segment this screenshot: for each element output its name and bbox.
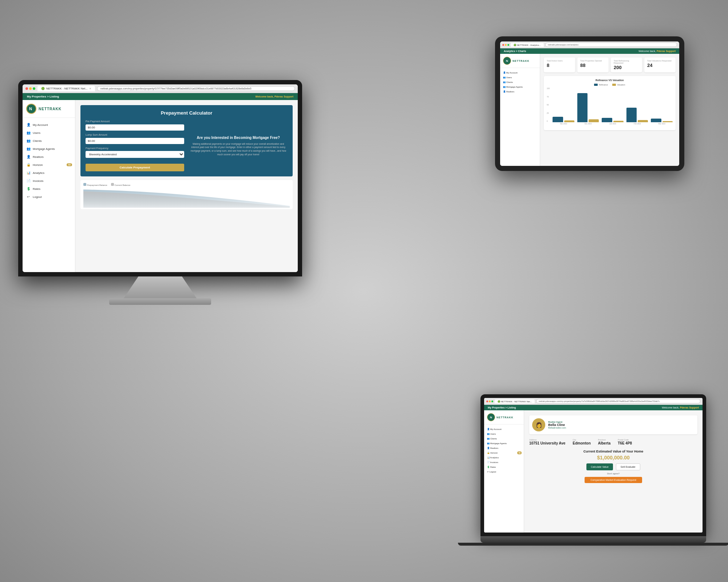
city-field: City Edmonton: [573, 439, 590, 445]
tab-label: NETTRAKK - NETTRAKK Net...: [46, 87, 88, 90]
pre-payment-input[interactable]: [86, 124, 184, 131]
bar-group-dec: [577, 93, 599, 122]
agent-email: Bella@realtor.com: [548, 427, 695, 429]
logo-area: N NETTRAKK: [23, 104, 75, 118]
tablet-topbar: Analytics > Charts Welcome back, Pderas …: [500, 48, 679, 54]
users-icon: 👥: [26, 131, 31, 135]
tablet-inner: 🟢 NETTRAKK - Analytics... nettrakk.pdera…: [500, 41, 679, 166]
tablet-nav-realtors[interactable]: 👤 Realtors: [500, 89, 540, 94]
city-label: City: [573, 439, 590, 441]
laptop-address-bar[interactable]: nettrak.pderasapps.com/my-properties/pro…: [536, 399, 700, 403]
value-buttons: Calculate Value Sell Evaluate: [529, 463, 697, 470]
laptop-welcome: Welcome back, Pderas Support: [662, 406, 699, 409]
bar-group-nov: [553, 117, 574, 122]
sidebar-item-analytics[interactable]: 📊 Analytics: [23, 169, 75, 177]
sidebar-label-horizon: Horizon: [33, 163, 43, 167]
sidebar-item-rates[interactable]: 💲 Rates: [23, 185, 75, 193]
dont-agree-text: Don't agree?: [529, 473, 697, 475]
laptop-nav-users[interactable]: 👥 Users: [484, 431, 524, 436]
pre-payment-label: Pre Payment Amount: [86, 120, 184, 123]
postal-value: T6E 4P8: [618, 441, 632, 445]
sell-evaluate-button[interactable]: Sell Evaluate: [616, 463, 640, 470]
logo-icon: N: [26, 104, 36, 114]
laptop-breadcrumb: My Properties > Listing: [488, 406, 516, 409]
bar-group-mar: [651, 119, 673, 122]
prepayment-chart: [83, 188, 290, 208]
chart-legend-row: Refinance Valuation: [547, 84, 673, 86]
tablet-welcome-label: Welcome back,: [638, 50, 656, 52]
monitor-stand: [124, 276, 197, 298]
address-label: Address: [529, 439, 565, 441]
tablet-minimize-dot[interactable]: [505, 44, 507, 46]
laptop-main: 👩 Realtor Agent Bella Cline Bella@realto…: [524, 410, 703, 533]
laptop-nav-horizon[interactable]: 🔒 Horizon 56: [484, 450, 524, 455]
agent-info: Realtor Agent Bella Cline Bella@realtor.…: [548, 421, 695, 429]
stat-refinancing-value: 200: [614, 65, 639, 70]
valuation-legend: Valuation: [612, 84, 625, 86]
tablet-logo-text: NETTRAKK: [513, 60, 530, 62]
tab-close-icon[interactable]: ✕: [89, 87, 91, 90]
maximize-dot[interactable]: [33, 87, 35, 90]
bar-group-jan: [602, 118, 624, 122]
minimize-dot[interactable]: [29, 87, 32, 90]
agent-avatar: 👩: [532, 418, 545, 431]
laptop-nav-account[interactable]: 👤 My Account: [484, 427, 524, 431]
tablet-tab[interactable]: 🟢 NETTRAKK - Analytics...: [511, 43, 544, 47]
laptop-nav-invoices[interactable]: 📄 Invoices: [484, 460, 524, 465]
bar-feb-teal: [626, 108, 637, 122]
laptop-nav-mortgage[interactable]: 👥 Mortgage Agents: [484, 441, 524, 446]
chart-title: Refinance VS Valuation: [547, 79, 673, 81]
sidebar-item-users[interactable]: 👥 Users: [23, 129, 75, 137]
tablet-close-dot[interactable]: [502, 44, 504, 46]
laptop-nav-realtors[interactable]: 👤 Realtors: [484, 446, 524, 450]
address-bar[interactable]: nettrak.pderasapps.com/my-properties/pro…: [97, 86, 295, 91]
browser-tab[interactable]: 🟢 NETTRAKK - NETTRAKK Net... ✕: [37, 86, 95, 91]
username: Pderas Support: [274, 95, 293, 98]
tablet-nav-clients[interactable]: 👥 Clients: [500, 80, 540, 84]
bar-nov-gold: [564, 120, 574, 122]
laptop-browser-chrome: 🟢 NETTRAKK - NETTRAKK Net... nettrak.pde…: [484, 398, 703, 405]
stat-active-users: Total Active Users 8: [544, 57, 575, 72]
refinance-legend-label: Refinance: [599, 84, 608, 86]
lump-sum-input[interactable]: [86, 138, 184, 144]
sidebar-item-logout[interactable]: ↩ Logout: [23, 193, 75, 201]
analytics-icon: 📊: [26, 171, 31, 175]
sidebar-item-clients[interactable]: 👥 Clients: [23, 137, 75, 145]
logo-text: NETTRAKK: [39, 107, 62, 111]
sidebar-item-horizon[interactable]: 🔒 Horizon 56: [23, 161, 75, 169]
bar-feb-gold: [638, 120, 648, 122]
laptop-maximize-dot[interactable]: [491, 400, 493, 402]
lump-sum-label: Lump Sum Amount: [86, 133, 184, 136]
province-field: Province Alberta: [598, 439, 610, 445]
agent-name: Bella Cline: [548, 423, 695, 427]
sidebar: N NETTRAKK 👤 My Account 👥 Users 👥: [23, 100, 75, 272]
stat-refinancing: Total Refinancing Requested 200: [611, 57, 642, 72]
close-dot[interactable]: [25, 87, 28, 90]
laptop-close-dot[interactable]: [486, 400, 488, 402]
calculate-value-button[interactable]: Calculate Value: [586, 463, 613, 470]
x-axis-labels: Nov 2023 Dec 2023 Jan 2023 Feb 2023 Mar …: [553, 123, 673, 125]
laptop-nav-clients[interactable]: 👥 Clients: [484, 436, 524, 441]
mortgage-icon: 👥: [26, 147, 31, 151]
sidebar-item-invoices[interactable]: 📄 Invoices: [23, 177, 75, 185]
laptop-nav-rates[interactable]: 💲 Rates: [484, 465, 524, 469]
tablet-nav-mortgage[interactable]: 👥 Mortgage Agents: [500, 84, 540, 89]
tablet-device: 🟢 NETTRAKK - Analytics... nettrakk.pdera…: [495, 36, 684, 171]
market-evaluation-button[interactable]: Comparative Market Evaluation Request: [585, 477, 642, 483]
label-feb: Feb 2023: [626, 123, 648, 125]
laptop-nav-analytics[interactable]: 📊 Analytics: [484, 455, 524, 460]
tablet-nav-users[interactable]: 👥 Users: [500, 75, 540, 80]
laptop-nav-logout[interactable]: ↩ Logout: [484, 469, 524, 474]
laptop-minimize-dot[interactable]: [489, 400, 491, 402]
laptop-tab[interactable]: 🟢 NETTRAKK - NETTRAKK Net...: [495, 399, 535, 403]
tablet-nav-account[interactable]: 👤 My Account: [500, 70, 540, 75]
tablet-maximize-dot[interactable]: [507, 44, 509, 46]
calculate-prepayment-button[interactable]: Calculate Prepayment: [86, 164, 184, 171]
sidebar-item-mortgage[interactable]: 👥 Mortgage Agents: [23, 145, 75, 153]
sidebar-item-realtors[interactable]: 👤 Realtors: [23, 153, 75, 161]
rates-icon: 💲: [26, 187, 31, 191]
frequency-select[interactable]: Biweekly Accelerated: [86, 151, 184, 158]
sidebar-item-account[interactable]: 👤 My Account: [23, 121, 75, 129]
tablet-address-bar[interactable]: nettrakk.pderasapps.com/analytics: [545, 43, 677, 47]
laptop-inner: 🟢 NETTRAKK - NETTRAKK Net... nettrak.pde…: [484, 398, 703, 533]
